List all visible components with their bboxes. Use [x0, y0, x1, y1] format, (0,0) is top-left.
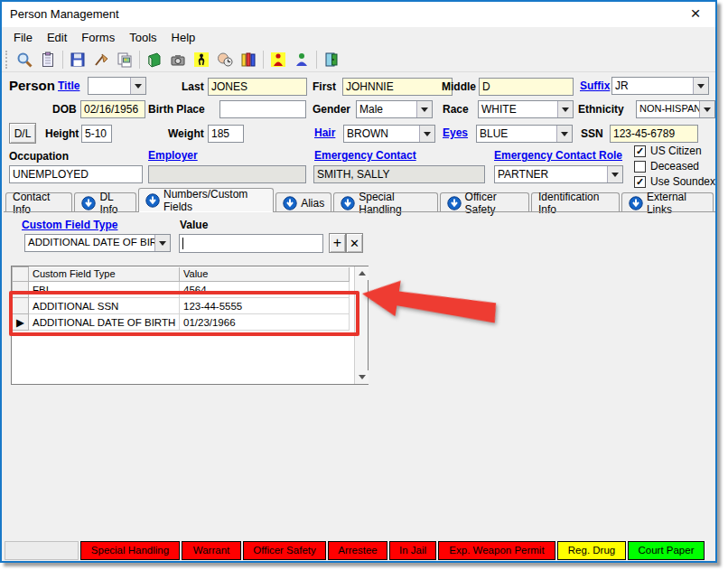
- weight-input[interactable]: 185: [208, 125, 244, 143]
- notebook-icon[interactable]: [143, 49, 166, 70]
- toolbar-separator: [316, 51, 317, 69]
- employer-input[interactable]: [148, 165, 306, 183]
- hair-dropdown[interactable]: BROWN: [343, 125, 435, 143]
- add-button[interactable]: +: [329, 233, 346, 253]
- value-input[interactable]: [179, 234, 323, 253]
- pedestrian-icon[interactable]: [190, 49, 213, 70]
- checkbox-check-icon[interactable]: ✓: [634, 176, 646, 188]
- status-reg-drug[interactable]: Reg. Drug: [557, 541, 626, 560]
- occupation-input[interactable]: UNEMPLOYED: [9, 165, 143, 183]
- scroll-down-icon[interactable]: [355, 370, 369, 384]
- birth-place-label: Birth Place: [148, 103, 205, 116]
- race-dropdown[interactable]: WHITE: [478, 100, 574, 118]
- chevron-down-icon[interactable]: [416, 101, 432, 117]
- status-officer-safety[interactable]: Officer Safety: [243, 541, 326, 560]
- person-management-window: Person Management × File Edit Forms Tool…: [0, 0, 717, 563]
- blue-down-arrow-icon: [145, 193, 160, 208]
- birth-place-input[interactable]: [219, 100, 306, 118]
- clock-person-icon[interactable]: [213, 49, 237, 70]
- person-label: Person: [9, 78, 55, 93]
- hair-link[interactable]: Hair: [314, 126, 335, 139]
- menu-tools[interactable]: Tools: [123, 29, 163, 46]
- add-person-icon[interactable]: [290, 49, 313, 70]
- status-court-paper[interactable]: Court Paper: [628, 541, 705, 560]
- dob-input[interactable]: 02/16/1956: [80, 100, 145, 118]
- tab-contact-info[interactable]: Contact Info: [5, 192, 72, 212]
- status-warrant[interactable]: Warrant: [182, 541, 241, 560]
- status-arrestee[interactable]: Arrestee: [328, 541, 387, 560]
- camera-icon[interactable]: [166, 49, 190, 70]
- middle-label: Middle: [442, 80, 476, 93]
- us-citizen-checkbox[interactable]: ✓ US Citizen: [634, 145, 702, 157]
- clear-broom-icon[interactable]: [89, 49, 113, 70]
- close-icon[interactable]: ×: [683, 3, 708, 24]
- tab-external-links[interactable]: External Links: [621, 192, 714, 212]
- chevron-down-icon[interactable]: [557, 101, 573, 117]
- column-header-custom-field-type[interactable]: Custom Field Type: [29, 267, 180, 282]
- custom-field-type-dropdown[interactable]: ADDITIONAL DATE OF BIRTH: [24, 234, 171, 252]
- menu-edit[interactable]: Edit: [41, 29, 73, 46]
- chevron-down-icon[interactable]: [607, 166, 622, 182]
- suffix-link[interactable]: Suffix: [580, 79, 610, 92]
- chevron-down-icon[interactable]: [556, 126, 572, 142]
- menu-file[interactable]: File: [7, 29, 39, 46]
- alert-person-icon[interactable]: [266, 49, 290, 70]
- eyes-link[interactable]: Eyes: [443, 126, 468, 139]
- blue-down-arrow-icon: [447, 196, 462, 210]
- status-special-handling[interactable]: Special Handling: [80, 541, 180, 560]
- ssn-input[interactable]: 123-45-6789: [610, 125, 698, 143]
- toolbar-grip[interactable]: [5, 51, 9, 69]
- toolbar-separator: [139, 51, 140, 69]
- status-in-jail[interactable]: In Jail: [389, 541, 436, 560]
- emergency-contact-role-link[interactable]: Emergency Contact Role: [494, 149, 622, 162]
- gender-dropdown[interactable]: Male: [356, 100, 433, 118]
- delete-button[interactable]: ✕: [346, 233, 363, 253]
- dl-button[interactable]: D/L: [9, 123, 36, 144]
- checkbox-check-icon[interactable]: ✓: [634, 145, 646, 157]
- title-dropdown[interactable]: [88, 77, 146, 95]
- clipboard-icon[interactable]: [36, 49, 60, 70]
- search-icon[interactable]: [13, 49, 36, 70]
- text-caret: [182, 238, 183, 249]
- checkbox-check-icon[interactable]: [634, 161, 646, 173]
- tab-numbers-custom-fields[interactable]: Numbers/Custom Fields: [138, 188, 274, 212]
- column-header-value[interactable]: Value: [180, 267, 350, 282]
- custom-field-type-link[interactable]: Custom Field Type: [22, 219, 117, 231]
- emergency-contact-link[interactable]: Emergency Contact: [314, 149, 416, 162]
- emergency-contact-input[interactable]: SMITH, SALLY: [313, 165, 485, 183]
- chevron-down-icon[interactable]: [130, 78, 145, 94]
- tab-special-handling[interactable]: Special Handling: [333, 192, 437, 212]
- tab-alias[interactable]: Alias: [275, 192, 331, 212]
- tab-dl-info[interactable]: DL Info: [74, 192, 136, 212]
- book-index-icon[interactable]: [237, 49, 260, 70]
- title-link[interactable]: Title: [58, 79, 79, 92]
- exit-door-icon[interactable]: [320, 49, 343, 70]
- employer-link[interactable]: Employer: [148, 149, 198, 162]
- height-label: Height: [45, 127, 79, 140]
- tab-officer-safety[interactable]: Officer Safety: [440, 192, 529, 212]
- first-input[interactable]: JOHNNIE: [342, 78, 453, 96]
- chevron-down-icon[interactable]: [699, 101, 714, 117]
- deceased-checkbox[interactable]: Deceased: [634, 160, 699, 173]
- menu-forms[interactable]: Forms: [75, 29, 121, 46]
- save-icon[interactable]: [66, 49, 89, 70]
- middle-input[interactable]: D: [479, 78, 574, 96]
- last-input[interactable]: JONES: [208, 78, 307, 96]
- emergency-contact-role-dropdown[interactable]: PARTNER: [494, 165, 623, 183]
- height-input[interactable]: 5-10: [81, 125, 112, 143]
- copy-image-icon[interactable]: [113, 49, 136, 70]
- chevron-down-icon[interactable]: [419, 126, 434, 142]
- suffix-dropdown[interactable]: JR: [611, 77, 709, 95]
- menu-help[interactable]: Help: [165, 29, 202, 46]
- use-soundex-checkbox[interactable]: ✓ Use Soundex: [634, 175, 715, 188]
- status-exp-weapon-permit[interactable]: Exp. Weapon Permit: [438, 541, 555, 560]
- tab-identification-info[interactable]: Identification Info: [531, 192, 620, 212]
- toolbar: [2, 47, 715, 72]
- ethnicity-dropdown[interactable]: NON-HISPANIC: [636, 100, 715, 118]
- tab-strip: Contact Info DL Info Numbers/Custom Fiel…: [5, 188, 715, 212]
- eyes-dropdown[interactable]: BLUE: [476, 125, 573, 143]
- chevron-down-icon[interactable]: [154, 235, 170, 251]
- red-arrow-annotation: [359, 273, 500, 335]
- ethnicity-label: Ethnicity: [578, 103, 624, 116]
- chevron-down-icon[interactable]: [693, 78, 708, 94]
